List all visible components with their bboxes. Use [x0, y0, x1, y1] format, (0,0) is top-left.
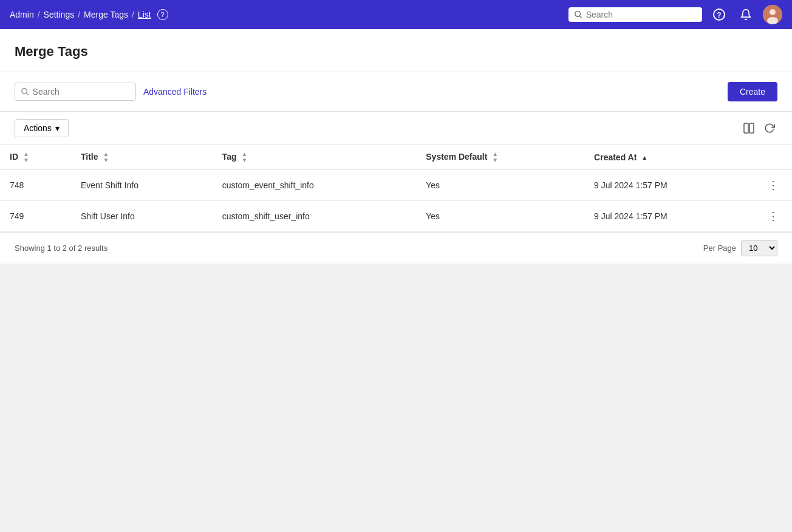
filter-search-input[interactable]	[33, 87, 129, 97]
breadcrumb-list: List	[138, 10, 151, 19]
sort-tag-icon: ▲▼	[242, 151, 248, 163]
breadcrumb: Admin / Settings / Merge Tags / List ?	[10, 9, 564, 20]
cell-row-actions-0: ⋮	[754, 170, 792, 201]
create-button[interactable]: Create	[728, 82, 777, 101]
data-table: ID ▲▼ Title ▲▼ Tag ▲▼ System Default ▲▼ …	[0, 145, 792, 232]
table-header-row: ID ▲▼ Title ▲▼ Tag ▲▼ System Default ▲▼ …	[0, 145, 792, 170]
filter-search-icon	[21, 87, 29, 96]
col-tag[interactable]: Tag ▲▼	[213, 145, 417, 170]
table-row: 749 Shift User Info custom_shift_user_in…	[0, 201, 792, 232]
sort-system-default-icon: ▲▼	[492, 151, 498, 163]
col-title[interactable]: Title ▲▼	[71, 145, 213, 170]
col-system-default[interactable]: System Default ▲▼	[416, 145, 584, 170]
breadcrumb-sep-3: /	[132, 10, 134, 19]
per-page-container: Per Page 10 25 50 100	[703, 240, 777, 256]
svg-point-6	[767, 17, 778, 24]
help-button[interactable]: ?	[709, 5, 729, 24]
svg-point-0	[575, 11, 581, 16]
sort-title-icon: ▲▼	[103, 151, 109, 163]
sort-created-at-icon: ▲	[641, 155, 647, 161]
columns-toggle-button[interactable]	[741, 120, 757, 136]
nav-right: ?	[568, 5, 782, 24]
per-page-select[interactable]: 10 25 50 100	[741, 240, 777, 256]
row-actions-button-1[interactable]: ⋮	[764, 208, 782, 224]
avatar-icon	[763, 5, 782, 24]
cell-title-1: Shift User Info	[71, 201, 213, 232]
columns-icon	[743, 123, 754, 134]
breadcrumb-sep-1: /	[38, 10, 40, 19]
breadcrumb-settings[interactable]: Settings	[44, 10, 75, 19]
table-row: 748 Event Shift Info custom_event_shift_…	[0, 170, 792, 201]
svg-rect-10	[749, 123, 754, 133]
advanced-filters-link[interactable]: Advanced Filters	[143, 87, 207, 97]
help-icon: ?	[713, 9, 725, 21]
cell-id-1: 749	[0, 201, 71, 232]
gray-area	[0, 264, 792, 506]
notifications-button[interactable]	[736, 5, 756, 24]
cell-title-0: Event Shift Info	[71, 170, 213, 201]
breadcrumb-merge-tags[interactable]: Merge Tags	[84, 10, 128, 19]
info-icon[interactable]: ?	[157, 9, 168, 20]
col-id[interactable]: ID ▲▼	[0, 145, 71, 170]
cell-system-default-1: Yes	[416, 201, 584, 232]
page-title: Merge Tags	[15, 44, 777, 72]
table-footer: Showing 1 to 2 of 2 results Per Page 10 …	[0, 232, 792, 264]
search-icon	[575, 10, 582, 19]
breadcrumb-sep-2: /	[78, 10, 80, 19]
bell-icon	[740, 9, 752, 21]
sort-id-icon: ▲▼	[23, 151, 29, 163]
cell-created-at-1: 9 Jul 2024 1:57 PM	[584, 201, 754, 232]
svg-rect-9	[744, 123, 748, 133]
actions-chevron-icon: ▾	[55, 123, 60, 133]
filter-search-container[interactable]	[15, 83, 136, 101]
avatar[interactable]	[763, 5, 782, 24]
cell-id-0: 748	[0, 170, 71, 201]
svg-point-5	[770, 9, 776, 15]
col-created-at[interactable]: Created At ▲	[584, 145, 754, 170]
svg-line-1	[579, 16, 582, 18]
toolbar-right	[741, 120, 777, 136]
breadcrumb-admin[interactable]: Admin	[10, 10, 34, 19]
table-section: Actions ▾ ID ▲▼	[0, 111, 792, 264]
svg-line-8	[26, 93, 29, 95]
cell-row-actions-1: ⋮	[754, 201, 792, 232]
global-search-input[interactable]	[586, 10, 696, 19]
col-actions	[754, 145, 792, 170]
filter-bar: Advanced Filters Create	[0, 72, 792, 111]
cell-created-at-0: 9 Jul 2024 1:57 PM	[584, 170, 754, 201]
page-content: Merge Tags	[0, 29, 792, 72]
row-actions-button-0[interactable]: ⋮	[764, 177, 782, 193]
cell-tag-1: custom_shift_user_info	[213, 201, 417, 232]
global-search-bar[interactable]	[568, 7, 702, 22]
per-page-label: Per Page	[703, 244, 736, 253]
showing-text: Showing 1 to 2 of 2 results	[15, 244, 108, 253]
actions-label: Actions	[24, 123, 52, 133]
cell-system-default-0: Yes	[416, 170, 584, 201]
svg-text:?: ?	[717, 11, 721, 19]
cell-tag-0: custom_event_shift_info	[213, 170, 417, 201]
top-navigation: Admin / Settings / Merge Tags / List ? ?	[0, 0, 792, 29]
actions-button[interactable]: Actions ▾	[15, 119, 69, 137]
table-toolbar: Actions ▾	[0, 112, 792, 145]
refresh-button[interactable]	[762, 120, 777, 136]
svg-point-7	[22, 89, 27, 94]
refresh-icon	[764, 123, 775, 134]
